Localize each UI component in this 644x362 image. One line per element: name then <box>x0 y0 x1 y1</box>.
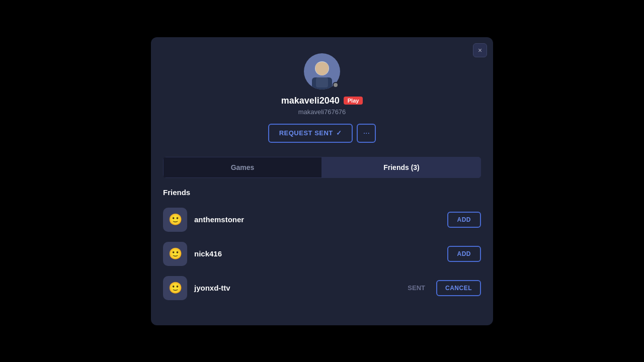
action-buttons: REQUEST SENT ✓ ··· <box>268 124 376 143</box>
list-item: 🙂 anthemstoner ADD <box>163 203 481 237</box>
friend-name-anthemstoner: anthemstoner <box>194 215 440 224</box>
add-friend-anthemstoner-button[interactable]: ADD <box>447 212 481 228</box>
friends-title: Friends <box>163 188 481 197</box>
profile-section: makaveli2040 Play makaveli767676 REQUEST… <box>151 37 493 153</box>
more-options-button[interactable]: ··· <box>357 124 376 143</box>
friends-section: Friends 🙂 anthemstoner ADD 🙂 nick416 ADD… <box>151 178 493 305</box>
tabs-container: Games Friends (3) <box>163 157 481 178</box>
friend-avatar-anthemstoner: 🙂 <box>163 208 187 232</box>
sent-status-label: SENT <box>408 284 425 292</box>
friend-avatar-jyonxd: 🙂 <box>163 276 187 300</box>
close-button[interactable]: × <box>473 43 487 57</box>
request-sent-button[interactable]: REQUEST SENT ✓ <box>268 124 353 143</box>
list-item: 🙂 nick416 ADD <box>163 237 481 271</box>
username-row: makaveli2040 Play <box>281 96 363 106</box>
friend-name-jyonxd: jyonxd-ttv <box>194 284 400 292</box>
user-id: makaveli767676 <box>298 108 346 116</box>
list-item: 🙂 jyonxd-ttv SENT CANCEL <box>163 271 481 305</box>
profile-modal: × makaveli2040 Play makaveli767676 REQUE… <box>151 37 493 325</box>
tab-games[interactable]: Games <box>163 157 322 178</box>
tab-friends[interactable]: Friends (3) <box>322 157 481 178</box>
cancel-friend-request-button[interactable]: CANCEL <box>436 280 481 296</box>
play-badge: Play <box>344 97 363 105</box>
add-friend-nick416-button[interactable]: ADD <box>447 246 481 262</box>
svg-rect-2 <box>316 77 328 87</box>
status-indicator <box>333 82 339 88</box>
friend-avatar-nick416: 🙂 <box>163 242 187 266</box>
friend-name-nick416: nick416 <box>194 249 440 258</box>
avatar-wrapper <box>304 53 340 89</box>
username: makaveli2040 <box>281 96 340 106</box>
